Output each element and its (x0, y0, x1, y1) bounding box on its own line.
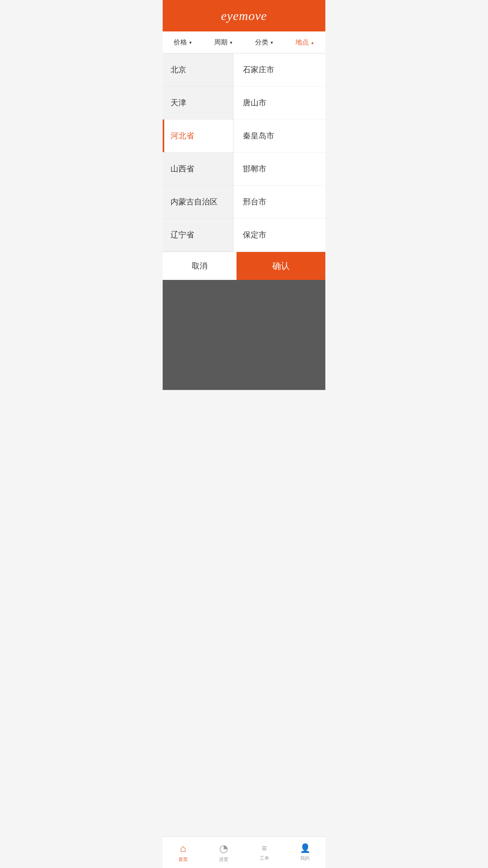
filter-price-chevron: ▼ (189, 40, 193, 45)
filter-price[interactable]: 价格 ▼ (163, 31, 204, 53)
filter-period-chevron: ▼ (229, 40, 233, 45)
app-header: eyemove (163, 0, 325, 31)
province-shanxi[interactable]: 山西省 (163, 153, 233, 186)
filter-location-label: 地点 (295, 38, 309, 47)
filter-location-chevron: ▲ (310, 40, 314, 45)
confirm-button[interactable]: 确认 (237, 252, 325, 280)
filter-category[interactable]: 分类 ▼ (244, 31, 285, 53)
filter-period[interactable]: 周期 ▼ (204, 31, 244, 53)
filter-category-label: 分类 (255, 38, 268, 47)
location-selector: 北京 天津 河北省 山西省 内蒙古自治区 辽宁省 石家庄市 唐山市 秦皇岛市 邯… (163, 53, 325, 252)
province-neimenggu[interactable]: 内蒙古自治区 (163, 186, 233, 219)
overlay-area (163, 280, 325, 390)
filter-category-chevron: ▼ (270, 40, 274, 45)
province-hebei[interactable]: 河北省 (163, 120, 233, 153)
province-panel: 北京 天津 河北省 山西省 内蒙古自治区 辽宁省 (163, 53, 233, 252)
city-shijiazhuang[interactable]: 石家庄市 (233, 53, 325, 86)
filter-price-label: 价格 (174, 38, 187, 47)
filter-location[interactable]: 地点 ▲ (285, 31, 326, 53)
city-baoding[interactable]: 保定市 (233, 219, 325, 251)
province-liaoning[interactable]: 辽宁省 (163, 219, 233, 252)
province-tianjin[interactable]: 天津 (163, 86, 233, 120)
city-qinhuangdao[interactable]: 秦皇岛市 (233, 120, 325, 153)
filter-bar: 价格 ▼ 周期 ▼ 分类 ▼ 地点 ▲ (163, 31, 325, 53)
cancel-button[interactable]: 取消 (163, 252, 237, 280)
city-xingtai[interactable]: 邢台市 (233, 186, 325, 219)
city-handan[interactable]: 邯郸市 (233, 153, 325, 186)
province-beijing[interactable]: 北京 (163, 53, 233, 86)
action-bar: 取消 确认 (163, 252, 325, 280)
city-tangshan[interactable]: 唐山市 (233, 86, 325, 120)
app-logo: eyemove (221, 9, 267, 23)
filter-period-label: 周期 (214, 38, 227, 47)
city-panel: 石家庄市 唐山市 秦皇岛市 邯郸市 邢台市 保定市 (233, 53, 325, 252)
